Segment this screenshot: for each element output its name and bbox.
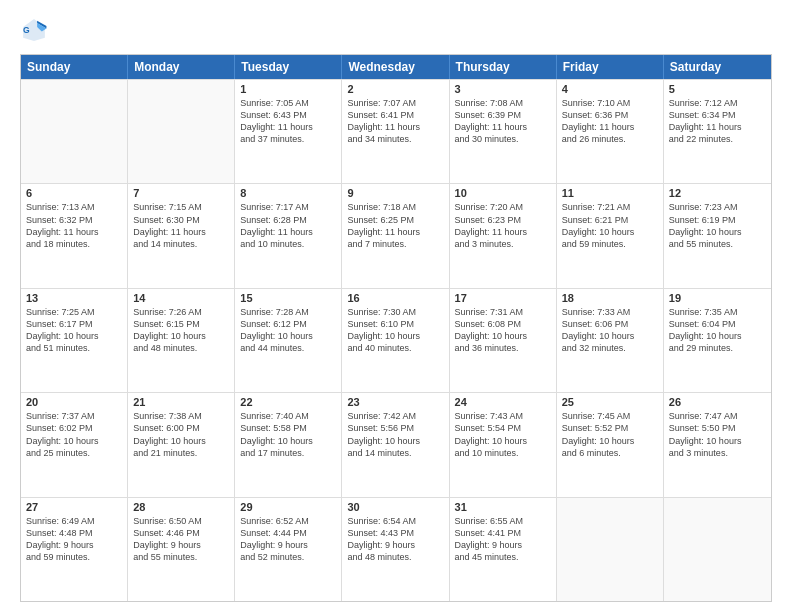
day-number: 18	[562, 292, 658, 304]
cell-info-line: Sunrise: 7:21 AM	[562, 201, 658, 213]
day-cell-2: 2Sunrise: 7:07 AMSunset: 6:41 PMDaylight…	[342, 80, 449, 183]
cell-info-line: Sunset: 4:46 PM	[133, 527, 229, 539]
cell-info-line: Daylight: 9 hours	[26, 539, 122, 551]
cell-info-line: Sunrise: 7:20 AM	[455, 201, 551, 213]
day-number: 16	[347, 292, 443, 304]
cell-info-line: Sunset: 6:23 PM	[455, 214, 551, 226]
cell-info-line: Daylight: 10 hours	[669, 330, 766, 342]
empty-cell-0-1	[128, 80, 235, 183]
cell-info-line: Daylight: 11 hours	[26, 226, 122, 238]
empty-cell-0-0	[21, 80, 128, 183]
day-cell-29: 29Sunrise: 6:52 AMSunset: 4:44 PMDayligh…	[235, 498, 342, 601]
page: G SundayMondayTuesdayWednesdayThursdayFr…	[0, 0, 792, 612]
logo-icon: G	[20, 16, 48, 44]
day-number: 5	[669, 83, 766, 95]
cell-info-line: Sunrise: 7:35 AM	[669, 306, 766, 318]
cell-info-line: Sunrise: 7:31 AM	[455, 306, 551, 318]
weekday-header-saturday: Saturday	[664, 55, 771, 79]
cell-info-line: Daylight: 10 hours	[562, 435, 658, 447]
cell-info-line: Sunset: 6:34 PM	[669, 109, 766, 121]
cell-info-line: and 14 minutes.	[347, 447, 443, 459]
cell-info-line: Sunrise: 7:18 AM	[347, 201, 443, 213]
cell-info-line: Sunset: 6:41 PM	[347, 109, 443, 121]
cell-info-line: Sunrise: 7:05 AM	[240, 97, 336, 109]
cell-info-line: Sunrise: 6:50 AM	[133, 515, 229, 527]
day-cell-13: 13Sunrise: 7:25 AMSunset: 6:17 PMDayligh…	[21, 289, 128, 392]
cell-info-line: Daylight: 11 hours	[347, 121, 443, 133]
cell-info-line: Daylight: 9 hours	[455, 539, 551, 551]
cell-info-line: Daylight: 10 hours	[347, 330, 443, 342]
calendar-row-0: 1Sunrise: 7:05 AMSunset: 6:43 PMDaylight…	[21, 79, 771, 183]
cell-info-line: Sunrise: 7:17 AM	[240, 201, 336, 213]
cell-info-line: Sunset: 6:17 PM	[26, 318, 122, 330]
cell-info-line: Daylight: 9 hours	[347, 539, 443, 551]
empty-cell-4-6	[664, 498, 771, 601]
day-number: 1	[240, 83, 336, 95]
day-cell-24: 24Sunrise: 7:43 AMSunset: 5:54 PMDayligh…	[450, 393, 557, 496]
cell-info-line: and 7 minutes.	[347, 238, 443, 250]
day-cell-28: 28Sunrise: 6:50 AMSunset: 4:46 PMDayligh…	[128, 498, 235, 601]
day-cell-14: 14Sunrise: 7:26 AMSunset: 6:15 PMDayligh…	[128, 289, 235, 392]
cell-info-line: and 32 minutes.	[562, 342, 658, 354]
day-number: 20	[26, 396, 122, 408]
cell-info-line: Sunset: 4:44 PM	[240, 527, 336, 539]
cell-info-line: Sunrise: 7:37 AM	[26, 410, 122, 422]
cell-info-line: Sunrise: 7:26 AM	[133, 306, 229, 318]
cell-info-line: and 21 minutes.	[133, 447, 229, 459]
cell-info-line: Sunset: 6:43 PM	[240, 109, 336, 121]
cell-info-line: and 44 minutes.	[240, 342, 336, 354]
cell-info-line: and 36 minutes.	[455, 342, 551, 354]
cell-info-line: and 26 minutes.	[562, 133, 658, 145]
cell-info-line: and 55 minutes.	[669, 238, 766, 250]
cell-info-line: Sunset: 6:04 PM	[669, 318, 766, 330]
day-cell-27: 27Sunrise: 6:49 AMSunset: 4:48 PMDayligh…	[21, 498, 128, 601]
cell-info-line: Daylight: 9 hours	[240, 539, 336, 551]
cell-info-line: Daylight: 10 hours	[240, 330, 336, 342]
cell-info-line: Sunrise: 6:52 AM	[240, 515, 336, 527]
calendar-row-2: 13Sunrise: 7:25 AMSunset: 6:17 PMDayligh…	[21, 288, 771, 392]
cell-info-line: Daylight: 10 hours	[455, 435, 551, 447]
cell-info-line: Sunrise: 7:10 AM	[562, 97, 658, 109]
cell-info-line: Sunset: 5:50 PM	[669, 422, 766, 434]
cell-info-line: Sunrise: 7:38 AM	[133, 410, 229, 422]
day-number: 3	[455, 83, 551, 95]
cell-info-line: and 3 minutes.	[669, 447, 766, 459]
cell-info-line: Sunrise: 7:42 AM	[347, 410, 443, 422]
cell-info-line: Daylight: 10 hours	[26, 435, 122, 447]
day-number: 29	[240, 501, 336, 513]
cell-info-line: and 52 minutes.	[240, 551, 336, 563]
day-number: 17	[455, 292, 551, 304]
cell-info-line: Sunset: 6:12 PM	[240, 318, 336, 330]
cell-info-line: Daylight: 10 hours	[669, 226, 766, 238]
day-cell-9: 9Sunrise: 7:18 AMSunset: 6:25 PMDaylight…	[342, 184, 449, 287]
day-cell-3: 3Sunrise: 7:08 AMSunset: 6:39 PMDaylight…	[450, 80, 557, 183]
weekday-header-tuesday: Tuesday	[235, 55, 342, 79]
day-cell-4: 4Sunrise: 7:10 AMSunset: 6:36 PMDaylight…	[557, 80, 664, 183]
cell-info-line: Sunrise: 6:49 AM	[26, 515, 122, 527]
day-cell-23: 23Sunrise: 7:42 AMSunset: 5:56 PMDayligh…	[342, 393, 449, 496]
day-number: 12	[669, 187, 766, 199]
day-cell-11: 11Sunrise: 7:21 AMSunset: 6:21 PMDayligh…	[557, 184, 664, 287]
cell-info-line: and 14 minutes.	[133, 238, 229, 250]
cell-info-line: and 48 minutes.	[133, 342, 229, 354]
day-cell-30: 30Sunrise: 6:54 AMSunset: 4:43 PMDayligh…	[342, 498, 449, 601]
weekday-header-sunday: Sunday	[21, 55, 128, 79]
cell-info-line: Daylight: 11 hours	[240, 226, 336, 238]
calendar-row-3: 20Sunrise: 7:37 AMSunset: 6:02 PMDayligh…	[21, 392, 771, 496]
day-number: 30	[347, 501, 443, 513]
cell-info-line: and 25 minutes.	[26, 447, 122, 459]
day-cell-22: 22Sunrise: 7:40 AMSunset: 5:58 PMDayligh…	[235, 393, 342, 496]
cell-info-line: and 3 minutes.	[455, 238, 551, 250]
day-cell-5: 5Sunrise: 7:12 AMSunset: 6:34 PMDaylight…	[664, 80, 771, 183]
day-number: 11	[562, 187, 658, 199]
cell-info-line: Sunrise: 7:40 AM	[240, 410, 336, 422]
weekday-header-wednesday: Wednesday	[342, 55, 449, 79]
cell-info-line: Sunset: 5:52 PM	[562, 422, 658, 434]
cell-info-line: Daylight: 9 hours	[133, 539, 229, 551]
day-number: 26	[669, 396, 766, 408]
day-cell-1: 1Sunrise: 7:05 AMSunset: 6:43 PMDaylight…	[235, 80, 342, 183]
cell-info-line: Sunrise: 7:12 AM	[669, 97, 766, 109]
cell-info-line: Sunset: 6:19 PM	[669, 214, 766, 226]
cell-info-line: and 37 minutes.	[240, 133, 336, 145]
day-number: 22	[240, 396, 336, 408]
